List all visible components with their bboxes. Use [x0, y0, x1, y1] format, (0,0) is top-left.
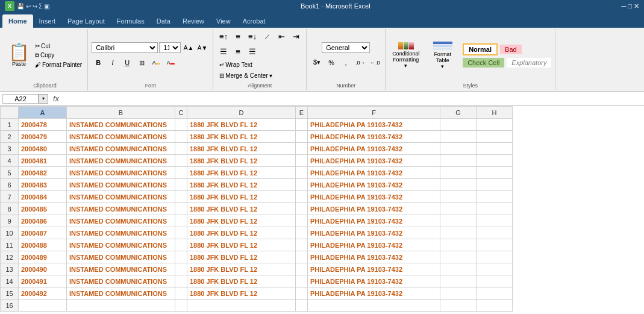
formula-input[interactable] [64, 95, 642, 102]
cell-b5[interactable]: INSTAMED COMMUNICATIONS [67, 167, 175, 179]
cell-a5[interactable]: 2000482 [19, 167, 67, 179]
cell-e14[interactable] [296, 275, 308, 287]
cell-g5[interactable] [440, 167, 477, 179]
cell-b7[interactable]: INSTAMED COMMUNICATIONS [67, 191, 175, 203]
tab-formulas[interactable]: Formulas [111, 14, 151, 28]
normal-style[interactable]: Normal [463, 43, 498, 55]
cell-h8[interactable] [477, 203, 513, 215]
cell-c11[interactable] [175, 239, 187, 251]
cell-b1[interactable]: INSTAMED COMMUNICATIONS [67, 119, 175, 131]
font-color-button[interactable]: A▬ [164, 57, 177, 69]
cell-b10[interactable]: INSTAMED COMMUNICATIONS [67, 227, 175, 239]
cell-a6[interactable]: 2000483 [19, 179, 67, 191]
cell-c1[interactable] [175, 119, 187, 131]
cell-f7[interactable]: PHILADEPHIA PA 19103-7432 [308, 191, 440, 203]
number-format-select[interactable]: General [322, 42, 370, 53]
cell-h2[interactable] [477, 131, 513, 143]
cell-b12[interactable]: INSTAMED COMMUNICATIONS [67, 251, 175, 263]
cell-a14[interactable]: 2000491 [19, 275, 67, 287]
currency-button[interactable]: $▾ [310, 57, 324, 69]
align-center-button[interactable]: ≡ [231, 45, 245, 57]
table-row[interactable]: 16 [1, 300, 513, 312]
cell-b15[interactable]: INSTAMED COMMUNICATIONS [67, 287, 175, 300]
cell-c6[interactable] [175, 179, 187, 191]
cell-d10[interactable]: 1880 JFK BLVD FL 12 [187, 227, 296, 239]
table-row[interactable]: 42000481INSTAMED COMMUNICATIONS1880 JFK … [1, 155, 513, 167]
cell-g13[interactable] [440, 263, 477, 275]
comma-button[interactable]: , [339, 57, 352, 69]
cell-f11[interactable]: PHILADEPHIA PA 19103-7432 [308, 239, 440, 251]
cell-b3[interactable]: INSTAMED COMMUNICATIONS [67, 143, 175, 155]
cell-f13[interactable]: PHILADEPHIA PA 19103-7432 [308, 263, 440, 275]
cell-f8[interactable]: PHILADEPHIA PA 19103-7432 [308, 203, 440, 215]
table-row[interactable]: 22000479INSTAMED COMMUNICATIONS1880 JFK … [1, 131, 513, 143]
cell-h14[interactable] [477, 275, 513, 287]
cell-a13[interactable]: 2000490 [19, 263, 67, 275]
cell-a8[interactable]: 2000485 [19, 203, 67, 215]
cell-h6[interactable] [477, 179, 513, 191]
cell-d15[interactable]: 1880 JFK BLVD FL 12 [187, 287, 296, 300]
cell-e15[interactable] [296, 287, 308, 300]
copy-button[interactable]: ⧉ Copy [33, 51, 84, 60]
table-row[interactable]: 102000487INSTAMED COMMUNICATIONS1880 JFK… [1, 227, 513, 239]
check-cell-style[interactable]: Check Cell [463, 58, 504, 68]
cell-h5[interactable] [477, 167, 513, 179]
cell-b9[interactable]: INSTAMED COMMUNICATIONS [67, 215, 175, 227]
merge-dropdown-icon[interactable]: ▾ [269, 72, 272, 79]
table-row[interactable]: 112000488INSTAMED COMMUNICATIONS1880 JFK… [1, 239, 513, 251]
cell-e6[interactable] [296, 179, 308, 191]
cell-c5[interactable] [175, 167, 187, 179]
col-header-d[interactable]: D [187, 107, 296, 119]
cell-g15[interactable] [440, 287, 477, 300]
tab-insert[interactable]: Insert [33, 14, 62, 28]
decrease-decimal-button[interactable]: ←.0 [368, 57, 381, 69]
cell-d4[interactable]: 1880 JFK BLVD FL 12 [187, 155, 296, 167]
cell-g10[interactable] [440, 227, 477, 239]
cell-d5[interactable]: 1880 JFK BLVD FL 12 [187, 167, 296, 179]
col-header-a[interactable]: A [19, 107, 67, 119]
cell-a16[interactable] [19, 300, 67, 312]
cell-c7[interactable] [175, 191, 187, 203]
col-header-e[interactable]: E [296, 107, 308, 119]
cell-a7[interactable]: 2000484 [19, 191, 67, 203]
cell-reference-input[interactable]: A22 [2, 94, 39, 104]
cell-d1[interactable]: 1880 JFK BLVD FL 12 [187, 119, 296, 131]
col-header-b[interactable]: B [67, 107, 175, 119]
tab-page-layout[interactable]: Page Layout [61, 14, 111, 28]
increase-font-btn[interactable]: A▲ [182, 42, 195, 54]
format-table-dropdown[interactable]: ▾ [441, 63, 444, 69]
cell-b16[interactable] [67, 300, 175, 312]
indent-increase-button[interactable]: ⇥ [289, 30, 302, 42]
cell-c8[interactable] [175, 203, 187, 215]
cell-h12[interactable] [477, 251, 513, 263]
cell-c13[interactable] [175, 263, 187, 275]
cell-h11[interactable] [477, 239, 513, 251]
cell-c12[interactable] [175, 251, 187, 263]
cell-f5[interactable]: PHILADEPHIA PA 19103-7432 [308, 167, 440, 179]
align-left-button[interactable]: ☰ [217, 45, 230, 57]
bold-button[interactable]: B [92, 57, 105, 69]
cell-b8[interactable]: INSTAMED COMMUNICATIONS [67, 203, 175, 215]
cell-g4[interactable] [440, 155, 477, 167]
table-row[interactable]: 12000478INSTAMED COMMUNICATIONS1880 JFK … [1, 119, 513, 131]
cell-g8[interactable] [440, 203, 477, 215]
fill-color-button[interactable]: A▬ [149, 57, 163, 69]
table-row[interactable]: 62000483INSTAMED COMMUNICATIONS1880 JFK … [1, 179, 513, 191]
cell-d9[interactable]: 1880 JFK BLVD FL 12 [187, 215, 296, 227]
cell-a9[interactable]: 2000486 [19, 215, 67, 227]
cell-e5[interactable] [296, 167, 308, 179]
cell-g14[interactable] [440, 275, 477, 287]
col-header-h[interactable]: H [477, 107, 513, 119]
cell-f10[interactable]: PHILADEPHIA PA 19103-7432 [308, 227, 440, 239]
cell-a2[interactable]: 2000479 [19, 131, 67, 143]
cell-d8[interactable]: 1880 JFK BLVD FL 12 [187, 203, 296, 215]
col-header-c[interactable]: C [175, 107, 187, 119]
cell-e1[interactable] [296, 119, 308, 131]
col-header-g[interactable]: G [440, 107, 477, 119]
cell-h9[interactable] [477, 215, 513, 227]
cell-g7[interactable] [440, 191, 477, 203]
cond-format-dropdown[interactable]: ▾ [404, 63, 407, 69]
cell-f3[interactable]: PHILADEPHIA PA 19103-7432 [308, 143, 440, 155]
cell-g2[interactable] [440, 131, 477, 143]
cell-h1[interactable] [477, 119, 513, 131]
